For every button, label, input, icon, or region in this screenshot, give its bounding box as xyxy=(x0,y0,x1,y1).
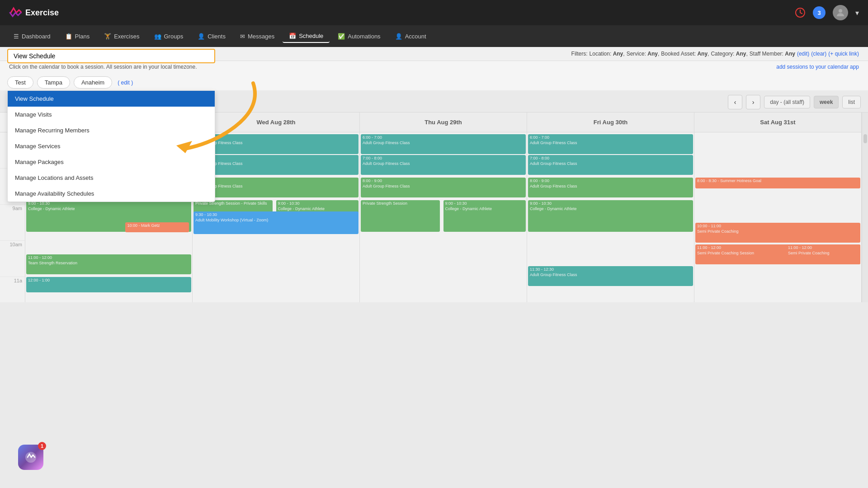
dropdown-item-view-schedule[interactable]: View Schedule xyxy=(8,91,215,107)
dropdown-item-manage-availability[interactable]: Manage Availability Schedules xyxy=(8,186,215,202)
location-tabs: Test Tampa Anaheim ( edit ) xyxy=(0,73,868,92)
dropdown-item-manage-locations[interactable]: Manage Locations and Assets xyxy=(8,170,215,186)
automations-icon: ✅ xyxy=(338,33,345,40)
groups-icon: 👥 xyxy=(154,33,161,40)
nav-item-schedule[interactable]: 📅 Schedule xyxy=(283,30,330,43)
filters-quick-link[interactable]: (+ quick link) xyxy=(828,51,859,57)
avatar-icon xyxy=(835,7,846,18)
view-schedule-select[interactable]: View Schedule Manage Visits Manage Recur… xyxy=(7,49,215,63)
bottom-app-logo xyxy=(24,450,38,464)
exercises-icon: 🏋 xyxy=(104,33,111,40)
top-right-area: 3 ▾ xyxy=(795,5,859,20)
view-dropdown-menu: View Schedule Manage Visits Manage Recur… xyxy=(7,90,215,202)
dropdown-item-manage-visits[interactable]: Manage Visits xyxy=(8,107,215,122)
clients-icon: 👤 xyxy=(198,33,205,40)
plans-icon: 📋 xyxy=(65,33,72,40)
nav-item-groups[interactable]: 👥 Groups xyxy=(148,30,190,42)
timezone-message: Click on the calendar to book a session.… xyxy=(9,64,197,70)
messages-icon: ✉ xyxy=(240,33,245,40)
filters-clear-link[interactable]: (clear) xyxy=(811,51,826,57)
user-menu-chevron[interactable]: ▾ xyxy=(855,9,859,17)
dropdown-item-manage-services[interactable]: Manage Services xyxy=(8,138,215,154)
locations-edit-link[interactable]: ( edit ) xyxy=(118,80,133,86)
app-name: Exercise xyxy=(25,8,59,18)
avatar[interactable] xyxy=(833,5,848,20)
clock-button[interactable] xyxy=(795,7,806,18)
nav-item-dashboard[interactable]: ☰ Dashboard xyxy=(7,30,57,42)
location-tab-anaheim[interactable]: Anaheim xyxy=(74,76,112,89)
staff-label: Staff Member: Any xyxy=(750,51,795,57)
logo-area: Exercise xyxy=(9,6,59,19)
booked-asset-label: Booked Asset: Any, xyxy=(661,51,709,57)
location-label: Location: Any, xyxy=(590,51,625,57)
view-select-wrapper: View Schedule Manage Visits Manage Recur… xyxy=(7,49,215,63)
location-tab-test[interactable]: Test xyxy=(7,76,33,89)
content-area: View Schedule Manage Visits Manage Recur… xyxy=(0,47,868,488)
filters-edit-link[interactable]: (edit) xyxy=(797,51,809,57)
nav-item-plans[interactable]: 📋 Plans xyxy=(59,30,96,42)
notification-badge[interactable]: 3 xyxy=(813,6,826,19)
dropdown-item-manage-packages[interactable]: Manage Packages xyxy=(8,154,215,170)
location-tab-tampa[interactable]: Tampa xyxy=(37,76,70,89)
top-bar: Exercise 3 ▾ xyxy=(0,0,868,25)
app-badge: 1 xyxy=(38,442,46,450)
filters-row: View Schedule Manage Visits Manage Recur… xyxy=(0,47,868,61)
nav-item-exercises[interactable]: 🏋 Exercises xyxy=(98,30,146,42)
category-label: Category: Any, xyxy=(711,51,747,57)
nav-bar: ☰ Dashboard 📋 Plans 🏋 Exercises 👥 Groups… xyxy=(0,25,868,47)
filters-right: Filters: Location: Any, Service: Any, Bo… xyxy=(571,51,859,57)
nav-item-clients[interactable]: 👤 Clients xyxy=(191,30,232,42)
nav-item-automations[interactable]: ✅ Automations xyxy=(331,30,387,42)
dashboard-icon: ☰ xyxy=(14,33,19,40)
filters-label: Filters: xyxy=(571,51,588,57)
dropdown-item-manage-recurring[interactable]: Manage Recurring Members xyxy=(8,122,215,138)
app-logo-icon xyxy=(9,6,22,19)
schedule-icon: 📅 xyxy=(289,33,296,39)
clock-icon xyxy=(795,7,806,18)
bottom-app-icon[interactable]: 1 xyxy=(18,445,43,470)
service-label: Service: Any, xyxy=(627,51,660,57)
nav-item-messages[interactable]: ✉ Messages xyxy=(234,30,281,42)
add-calendar-link[interactable]: add sessions to your calendar app xyxy=(776,64,859,70)
account-icon: 👤 xyxy=(395,33,402,40)
bottom-app-area: 1 xyxy=(18,445,43,470)
svg-point-1 xyxy=(839,9,842,13)
nav-item-account[interactable]: 👤 Account xyxy=(389,30,433,42)
